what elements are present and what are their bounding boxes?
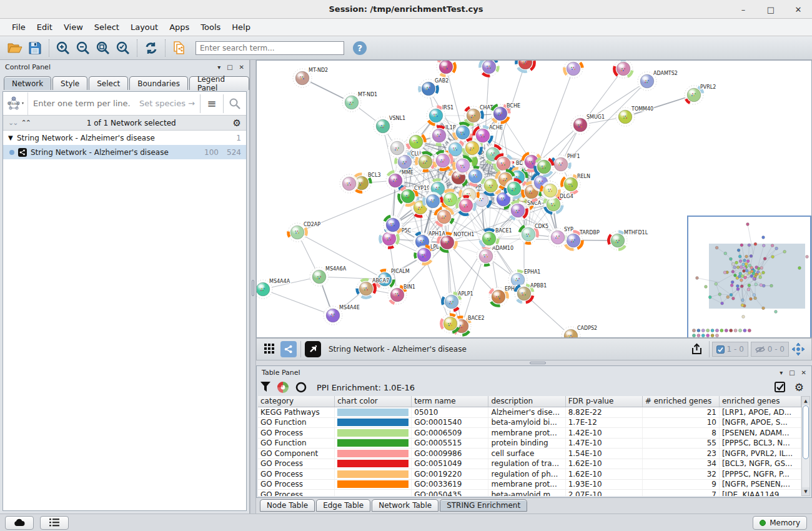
string-options-menu-icon[interactable]: ≡: [201, 92, 223, 115]
divider-grip[interactable]: [530, 362, 546, 364]
table-row[interactable]: GO FunctionGO:0001540beta-amyloid bi...1…: [258, 418, 801, 429]
network-node[interactable]: VSNL1: [374, 116, 405, 136]
zoom-selected-button[interactable]: [113, 39, 133, 57]
tab-edge-table[interactable]: Edge Table: [316, 499, 370, 512]
table-panel-divider[interactable]: [256, 360, 812, 365]
save-session-button[interactable]: [25, 39, 45, 57]
tab-network[interactable]: Network: [4, 76, 51, 90]
scroll-down-icon[interactable]: ▼: [802, 487, 810, 495]
panel-splitter[interactable]: [250, 60, 256, 514]
string-term-input[interactable]: [28, 99, 139, 108]
network-node[interactable]: PHF1: [550, 154, 580, 175]
zoom-fit-button[interactable]: [93, 39, 113, 57]
set-species-label[interactable]: Set species →: [139, 99, 200, 108]
refresh-layout-button[interactable]: [141, 39, 161, 57]
tab-node-table[interactable]: Node Table: [260, 499, 315, 512]
network-node[interactable]: GAB2: [417, 77, 448, 100]
column-header--enriched-genes[interactable]: # enriched genes: [643, 396, 720, 407]
scrollbar-thumb[interactable]: [803, 405, 809, 459]
network-canvas[interactable]: MT-ND2MT-ND1VSNL1GAB2ADAMTS2PVRL2SMUG1TO…: [256, 60, 812, 338]
memory-button[interactable]: Memory: [753, 516, 807, 530]
open-session-button[interactable]: [5, 39, 25, 57]
splitter-grip[interactable]: [252, 280, 254, 296]
filter-icon[interactable]: [260, 382, 270, 393]
column-header-category[interactable]: category: [258, 396, 335, 407]
network-node[interactable]: IRS1: [426, 105, 453, 126]
table-scrollbar[interactable]: ▲ ▼: [801, 396, 810, 496]
network-node[interactable]: CD2AP: [285, 220, 320, 245]
network-node[interactable]: MS4A4A: [257, 279, 290, 299]
menu-layout[interactable]: Layout: [125, 22, 164, 32]
draw-charts-icon[interactable]: [277, 381, 289, 394]
network-options-gear-icon[interactable]: ⚙: [233, 117, 241, 129]
clone-network-button[interactable]: [169, 39, 189, 57]
column-header-enriched-genes[interactable]: enriched genes: [720, 396, 801, 407]
network-node[interactable]: [515, 61, 536, 73]
menu-tools[interactable]: Tools: [195, 22, 226, 32]
network-node[interactable]: APBB1: [513, 283, 547, 305]
tab-select[interactable]: Select: [89, 76, 128, 90]
panel-close-icon[interactable]: ✕: [239, 64, 244, 71]
network-node[interactable]: [433, 61, 458, 79]
maximize-button[interactable]: □: [766, 5, 776, 14]
string-view-button[interactable]: [280, 341, 297, 357]
network-node[interactable]: CDK5: [515, 221, 548, 247]
table-panel-float-icon[interactable]: □: [789, 369, 795, 376]
network-node[interactable]: [561, 61, 587, 81]
zoom-in-button[interactable]: [53, 39, 73, 57]
network-node[interactable]: [479, 61, 498, 77]
panel-collapse-icon[interactable]: ▾: [217, 64, 220, 71]
table-row[interactable]: GO ProcessGO:0019220regulation of ph...1…: [258, 469, 801, 480]
network-node[interactable]: CADPS2: [562, 325, 597, 337]
grid-view-button[interactable]: [262, 341, 278, 357]
table-settings-gear-icon[interactable]: ⚙: [795, 382, 804, 393]
network-collection-row[interactable]: ▼ String Network - Alzheimer's disease 1: [3, 131, 246, 145]
table-row[interactable]: GO ProcessGO:0033619membrane prot...1.93…: [258, 480, 801, 490]
remove-charts-icon[interactable]: [295, 382, 307, 393]
menu-help[interactable]: Help: [226, 22, 256, 32]
table-panel-collapse-icon[interactable]: ▾: [780, 369, 783, 376]
task-history-button[interactable]: [40, 516, 69, 530]
network-node[interactable]: MT-ND2: [293, 67, 328, 87]
help-icon[interactable]: ?: [353, 41, 367, 55]
birds-eye-overview[interactable]: [687, 216, 811, 338]
network-node[interactable]: BIN1: [386, 284, 415, 307]
table-row[interactable]: GO ComponentGO:0009986cell surface1.54E-…: [258, 449, 801, 459]
network-node[interactable]: MTHFD1L: [605, 228, 648, 253]
column-header-FDR-p-value[interactable]: FDR p-value: [566, 396, 643, 407]
menu-apps[interactable]: Apps: [164, 22, 195, 32]
network-node[interactable]: SMUG1: [571, 114, 605, 134]
string-protein-query-selector[interactable]: STRING: [3, 92, 28, 115]
search-input[interactable]: [196, 41, 344, 55]
network-node[interactable]: PVRL2: [681, 82, 716, 107]
column-header-description[interactable]: description: [488, 396, 565, 407]
network-node[interactable]: ADAMTS2: [638, 71, 678, 91]
string-search-icon[interactable]: [224, 92, 246, 115]
close-button[interactable]: ✕: [793, 5, 803, 14]
birds-eye-toggle-button[interactable]: [790, 341, 806, 357]
table-row[interactable]: GO FunctionGO:0005515protein binding1.47…: [258, 439, 801, 449]
network-node[interactable]: [340, 174, 359, 193]
tab-string-enrichment[interactable]: STRING Enrichment: [440, 499, 527, 512]
detach-view-button[interactable]: [305, 341, 321, 357]
expand-all-icon[interactable]: ⌄⌄: [8, 119, 17, 127]
table-row[interactable]: GO ProcessGO:0050435beta-amyloid m...2.0…: [258, 490, 801, 496]
network-node[interactable]: TOMM40: [616, 106, 653, 126]
tab-network-table[interactable]: Network Table: [372, 499, 438, 512]
zoom-out-button[interactable]: [73, 39, 93, 57]
column-header-chart-color[interactable]: chart color: [335, 396, 412, 407]
automation-status-button[interactable]: [5, 516, 34, 530]
export-network-button[interactable]: [689, 341, 705, 357]
network-node[interactable]: MS4A4E: [324, 305, 360, 325]
collapse-all-icon[interactable]: ⌃⌃: [21, 119, 29, 127]
network-node[interactable]: [611, 61, 636, 81]
table-panel-close-icon[interactable]: ✕: [801, 369, 806, 376]
network-node[interactable]: APLP1: [439, 289, 473, 315]
panel-float-icon[interactable]: □: [227, 64, 232, 71]
tab-boundaries[interactable]: Boundaries: [129, 76, 188, 90]
tree-expand-icon[interactable]: ▼: [8, 134, 17, 141]
menu-edit[interactable]: Edit: [31, 22, 58, 32]
network-node[interactable]: [388, 139, 407, 157]
menu-select[interactable]: Select: [89, 22, 125, 32]
column-header-term-name[interactable]: term name: [412, 396, 488, 407]
